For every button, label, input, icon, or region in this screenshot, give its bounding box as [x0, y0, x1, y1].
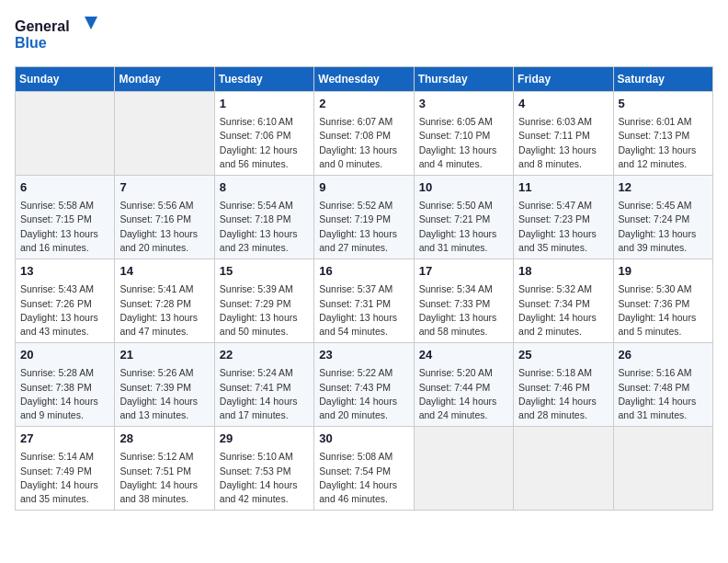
calendar-cell: 26Sunrise: 5:16 AM Sunset: 7:48 PM Dayli…	[613, 343, 712, 427]
calendar-cell	[414, 427, 513, 511]
logo: GeneralBlue	[15, 15, 116, 55]
day-info: Sunrise: 6:03 AM Sunset: 7:11 PM Dayligh…	[518, 115, 608, 171]
calendar-cell: 7Sunrise: 5:56 AM Sunset: 7:16 PM Daylig…	[115, 176, 214, 259]
day-number: 28	[119, 431, 209, 447]
day-info: Sunrise: 5:50 AM Sunset: 7:21 PM Dayligh…	[419, 199, 508, 255]
day-info: Sunrise: 5:47 AM Sunset: 7:23 PM Dayligh…	[518, 199, 608, 255]
calendar-cell: 12Sunrise: 5:45 AM Sunset: 7:24 PM Dayli…	[613, 176, 712, 259]
calendar-cell: 21Sunrise: 5:26 AM Sunset: 7:39 PM Dayli…	[115, 343, 214, 427]
calendar-cell: 17Sunrise: 5:34 AM Sunset: 7:33 PM Dayli…	[414, 259, 513, 343]
day-info: Sunrise: 5:14 AM Sunset: 7:49 PM Dayligh…	[20, 450, 109, 506]
day-number: 26	[619, 347, 708, 363]
calendar-cell: 30Sunrise: 5:08 AM Sunset: 7:54 PM Dayli…	[314, 427, 414, 511]
svg-text:General: General	[15, 18, 70, 34]
day-number: 18	[518, 263, 608, 280]
calendar-cell: 28Sunrise: 5:12 AM Sunset: 7:51 PM Dayli…	[115, 427, 214, 511]
day-info: Sunrise: 6:10 AM Sunset: 7:06 PM Dayligh…	[220, 115, 309, 171]
calendar-cell: 5Sunrise: 6:01 AM Sunset: 7:13 PM Daylig…	[613, 92, 712, 176]
weekday-header-cell: Friday	[514, 67, 613, 92]
day-info: Sunrise: 5:12 AM Sunset: 7:51 PM Dayligh…	[119, 450, 209, 506]
day-info: Sunrise: 5:16 AM Sunset: 7:48 PM Dayligh…	[619, 366, 708, 422]
calendar-cell: 8Sunrise: 5:54 AM Sunset: 7:18 PM Daylig…	[214, 176, 313, 259]
weekday-header-row: SundayMondayTuesdayWednesdayThursdayFrid…	[16, 67, 713, 92]
calendar-cell: 11Sunrise: 5:47 AM Sunset: 7:23 PM Dayli…	[514, 176, 613, 259]
day-info: Sunrise: 5:20 AM Sunset: 7:44 PM Dayligh…	[419, 366, 508, 422]
day-number: 25	[518, 347, 608, 363]
day-number: 14	[119, 263, 209, 280]
day-info: Sunrise: 5:08 AM Sunset: 7:54 PM Dayligh…	[319, 450, 408, 506]
svg-text:Blue: Blue	[15, 35, 47, 51]
day-info: Sunrise: 5:41 AM Sunset: 7:28 PM Dayligh…	[119, 282, 209, 339]
calendar-week-row: 27Sunrise: 5:14 AM Sunset: 7:49 PM Dayli…	[16, 427, 713, 511]
day-number: 12	[619, 179, 708, 196]
weekday-header-cell: Wednesday	[314, 67, 414, 92]
svg-marker-1	[85, 17, 97, 29]
day-number: 7	[119, 179, 209, 196]
calendar-cell: 2Sunrise: 6:07 AM Sunset: 7:08 PM Daylig…	[314, 92, 414, 176]
calendar-cell: 10Sunrise: 5:50 AM Sunset: 7:21 PM Dayli…	[414, 176, 513, 259]
day-info: Sunrise: 5:18 AM Sunset: 7:46 PM Dayligh…	[518, 366, 608, 422]
calendar-cell: 19Sunrise: 5:30 AM Sunset: 7:36 PM Dayli…	[613, 259, 712, 343]
day-number: 8	[220, 179, 309, 196]
calendar-cell: 9Sunrise: 5:52 AM Sunset: 7:19 PM Daylig…	[314, 176, 414, 259]
day-number: 3	[419, 96, 508, 112]
day-info: Sunrise: 5:43 AM Sunset: 7:26 PM Dayligh…	[20, 282, 109, 339]
header: GeneralBlue	[15, 15, 713, 55]
day-info: Sunrise: 5:37 AM Sunset: 7:31 PM Dayligh…	[319, 282, 408, 339]
weekday-header-cell: Saturday	[613, 67, 712, 92]
day-info: Sunrise: 5:54 AM Sunset: 7:18 PM Dayligh…	[220, 199, 309, 255]
calendar-cell: 23Sunrise: 5:22 AM Sunset: 7:43 PM Dayli…	[314, 343, 414, 427]
day-number: 21	[119, 347, 209, 363]
day-number: 2	[319, 96, 408, 112]
day-number: 10	[419, 179, 508, 196]
calendar-cell: 6Sunrise: 5:58 AM Sunset: 7:15 PM Daylig…	[16, 176, 115, 259]
day-number: 6	[20, 179, 109, 196]
day-info: Sunrise: 5:26 AM Sunset: 7:39 PM Dayligh…	[119, 366, 209, 422]
day-info: Sunrise: 5:58 AM Sunset: 7:15 PM Dayligh…	[20, 199, 109, 255]
day-number: 13	[20, 263, 109, 280]
day-number: 24	[419, 347, 508, 363]
day-number: 30	[319, 431, 408, 447]
logo-svg: GeneralBlue	[15, 15, 116, 55]
day-number: 15	[220, 263, 309, 280]
day-info: Sunrise: 5:22 AM Sunset: 7:43 PM Dayligh…	[319, 366, 408, 422]
day-info: Sunrise: 5:10 AM Sunset: 7:53 PM Dayligh…	[220, 450, 309, 506]
day-number: 1	[220, 96, 309, 112]
calendar-cell: 16Sunrise: 5:37 AM Sunset: 7:31 PM Dayli…	[314, 259, 414, 343]
calendar-cell: 13Sunrise: 5:43 AM Sunset: 7:26 PM Dayli…	[16, 259, 115, 343]
calendar-cell: 18Sunrise: 5:32 AM Sunset: 7:34 PM Dayli…	[514, 259, 613, 343]
calendar-cell: 3Sunrise: 6:05 AM Sunset: 7:10 PM Daylig…	[414, 92, 513, 176]
weekday-header-cell: Sunday	[16, 67, 115, 92]
day-number: 5	[619, 96, 708, 112]
day-number: 29	[220, 431, 309, 447]
calendar-table: SundayMondayTuesdayWednesdayThursdayFrid…	[15, 66, 713, 511]
day-info: Sunrise: 6:05 AM Sunset: 7:10 PM Dayligh…	[419, 115, 508, 171]
weekday-header-cell: Thursday	[414, 67, 513, 92]
day-number: 4	[518, 96, 608, 112]
day-info: Sunrise: 5:52 AM Sunset: 7:19 PM Dayligh…	[319, 199, 408, 255]
calendar-body: 1Sunrise: 6:10 AM Sunset: 7:06 PM Daylig…	[16, 92, 713, 511]
calendar-week-row: 20Sunrise: 5:28 AM Sunset: 7:38 PM Dayli…	[16, 343, 713, 427]
day-info: Sunrise: 5:34 AM Sunset: 7:33 PM Dayligh…	[419, 282, 508, 339]
calendar-week-row: 13Sunrise: 5:43 AM Sunset: 7:26 PM Dayli…	[16, 259, 713, 343]
calendar-cell: 27Sunrise: 5:14 AM Sunset: 7:49 PM Dayli…	[16, 427, 115, 511]
day-info: Sunrise: 5:32 AM Sunset: 7:34 PM Dayligh…	[518, 282, 608, 339]
calendar-week-row: 6Sunrise: 5:58 AM Sunset: 7:15 PM Daylig…	[16, 176, 713, 259]
calendar-cell: 4Sunrise: 6:03 AM Sunset: 7:11 PM Daylig…	[514, 92, 613, 176]
calendar-cell: 25Sunrise: 5:18 AM Sunset: 7:46 PM Dayli…	[514, 343, 613, 427]
day-info: Sunrise: 5:28 AM Sunset: 7:38 PM Dayligh…	[20, 366, 109, 422]
calendar-cell	[16, 92, 115, 176]
calendar-week-row: 1Sunrise: 6:10 AM Sunset: 7:06 PM Daylig…	[16, 92, 713, 176]
day-info: Sunrise: 5:39 AM Sunset: 7:29 PM Dayligh…	[220, 282, 309, 339]
calendar-cell: 20Sunrise: 5:28 AM Sunset: 7:38 PM Dayli…	[16, 343, 115, 427]
day-info: Sunrise: 5:45 AM Sunset: 7:24 PM Dayligh…	[619, 199, 708, 255]
calendar-cell: 14Sunrise: 5:41 AM Sunset: 7:28 PM Dayli…	[115, 259, 214, 343]
day-number: 23	[319, 347, 408, 363]
day-number: 22	[220, 347, 309, 363]
calendar-cell: 1Sunrise: 6:10 AM Sunset: 7:06 PM Daylig…	[214, 92, 313, 176]
calendar-cell: 24Sunrise: 5:20 AM Sunset: 7:44 PM Dayli…	[414, 343, 513, 427]
day-number: 9	[319, 179, 408, 196]
calendar-cell	[613, 427, 712, 511]
calendar-cell: 15Sunrise: 5:39 AM Sunset: 7:29 PM Dayli…	[214, 259, 313, 343]
calendar-cell	[514, 427, 613, 511]
